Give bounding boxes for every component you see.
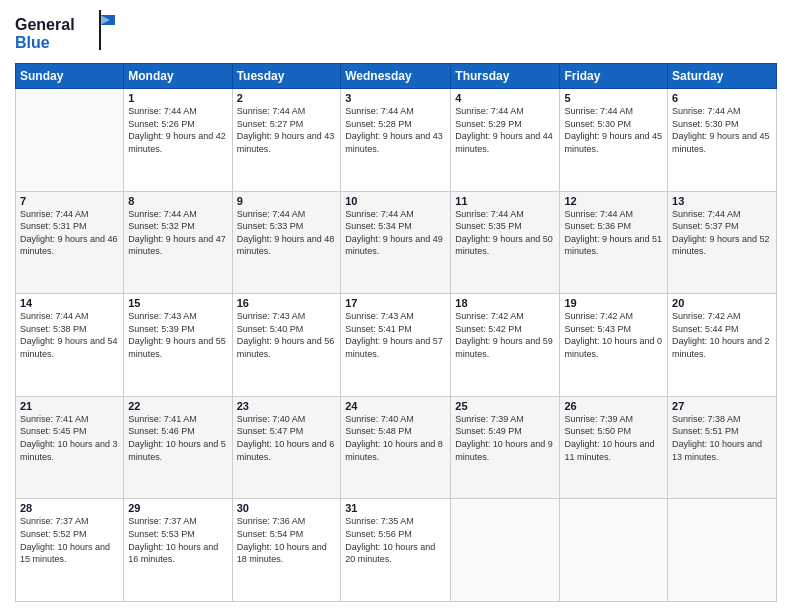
day-number: 7 <box>20 195 119 207</box>
header: General Blue <box>15 10 777 55</box>
weekday-header-thursday: Thursday <box>451 64 560 89</box>
day-cell: 18Sunrise: 7:42 AM Sunset: 5:42 PM Dayli… <box>451 294 560 397</box>
day-info: Sunrise: 7:44 AM Sunset: 5:30 PM Dayligh… <box>672 105 772 155</box>
day-number: 28 <box>20 502 119 514</box>
day-number: 13 <box>672 195 772 207</box>
day-info: Sunrise: 7:37 AM Sunset: 5:52 PM Dayligh… <box>20 515 119 565</box>
day-number: 25 <box>455 400 555 412</box>
day-info: Sunrise: 7:44 AM Sunset: 5:28 PM Dayligh… <box>345 105 446 155</box>
day-info: Sunrise: 7:39 AM Sunset: 5:49 PM Dayligh… <box>455 413 555 463</box>
day-number: 21 <box>20 400 119 412</box>
day-info: Sunrise: 7:35 AM Sunset: 5:56 PM Dayligh… <box>345 515 446 565</box>
day-number: 5 <box>564 92 663 104</box>
day-info: Sunrise: 7:43 AM Sunset: 5:40 PM Dayligh… <box>237 310 337 360</box>
day-info: Sunrise: 7:44 AM Sunset: 5:31 PM Dayligh… <box>20 208 119 258</box>
day-cell: 6Sunrise: 7:44 AM Sunset: 5:30 PM Daylig… <box>668 89 777 192</box>
day-info: Sunrise: 7:42 AM Sunset: 5:42 PM Dayligh… <box>455 310 555 360</box>
day-number: 30 <box>237 502 337 514</box>
week-row-4: 21Sunrise: 7:41 AM Sunset: 5:45 PM Dayli… <box>16 396 777 499</box>
day-info: Sunrise: 7:44 AM Sunset: 5:38 PM Dayligh… <box>20 310 119 360</box>
day-cell <box>16 89 124 192</box>
week-row-1: 1Sunrise: 7:44 AM Sunset: 5:26 PM Daylig… <box>16 89 777 192</box>
day-cell: 31Sunrise: 7:35 AM Sunset: 5:56 PM Dayli… <box>341 499 451 602</box>
day-number: 3 <box>345 92 446 104</box>
day-cell: 4Sunrise: 7:44 AM Sunset: 5:29 PM Daylig… <box>451 89 560 192</box>
day-number: 31 <box>345 502 446 514</box>
day-info: Sunrise: 7:44 AM Sunset: 5:34 PM Dayligh… <box>345 208 446 258</box>
day-cell: 22Sunrise: 7:41 AM Sunset: 5:46 PM Dayli… <box>124 396 232 499</box>
day-cell: 17Sunrise: 7:43 AM Sunset: 5:41 PM Dayli… <box>341 294 451 397</box>
day-number: 26 <box>564 400 663 412</box>
day-cell <box>668 499 777 602</box>
day-cell: 30Sunrise: 7:36 AM Sunset: 5:54 PM Dayli… <box>232 499 341 602</box>
day-info: Sunrise: 7:44 AM Sunset: 5:27 PM Dayligh… <box>237 105 337 155</box>
day-info: Sunrise: 7:39 AM Sunset: 5:50 PM Dayligh… <box>564 413 663 463</box>
day-info: Sunrise: 7:43 AM Sunset: 5:39 PM Dayligh… <box>128 310 227 360</box>
svg-text:General: General <box>15 16 75 33</box>
day-cell: 16Sunrise: 7:43 AM Sunset: 5:40 PM Dayli… <box>232 294 341 397</box>
day-info: Sunrise: 7:42 AM Sunset: 5:43 PM Dayligh… <box>564 310 663 360</box>
day-number: 12 <box>564 195 663 207</box>
day-number: 14 <box>20 297 119 309</box>
day-cell: 8Sunrise: 7:44 AM Sunset: 5:32 PM Daylig… <box>124 191 232 294</box>
day-info: Sunrise: 7:44 AM Sunset: 5:37 PM Dayligh… <box>672 208 772 258</box>
day-number: 29 <box>128 502 227 514</box>
day-cell: 5Sunrise: 7:44 AM Sunset: 5:30 PM Daylig… <box>560 89 668 192</box>
day-info: Sunrise: 7:44 AM Sunset: 5:26 PM Dayligh… <box>128 105 227 155</box>
weekday-header-tuesday: Tuesday <box>232 64 341 89</box>
day-number: 8 <box>128 195 227 207</box>
day-cell: 13Sunrise: 7:44 AM Sunset: 5:37 PM Dayli… <box>668 191 777 294</box>
day-info: Sunrise: 7:43 AM Sunset: 5:41 PM Dayligh… <box>345 310 446 360</box>
day-number: 9 <box>237 195 337 207</box>
week-row-5: 28Sunrise: 7:37 AM Sunset: 5:52 PM Dayli… <box>16 499 777 602</box>
day-number: 27 <box>672 400 772 412</box>
day-cell: 21Sunrise: 7:41 AM Sunset: 5:45 PM Dayli… <box>16 396 124 499</box>
day-number: 10 <box>345 195 446 207</box>
day-cell: 1Sunrise: 7:44 AM Sunset: 5:26 PM Daylig… <box>124 89 232 192</box>
week-row-3: 14Sunrise: 7:44 AM Sunset: 5:38 PM Dayli… <box>16 294 777 397</box>
day-cell: 11Sunrise: 7:44 AM Sunset: 5:35 PM Dayli… <box>451 191 560 294</box>
day-number: 18 <box>455 297 555 309</box>
weekday-header-sunday: Sunday <box>16 64 124 89</box>
calendar-table: SundayMondayTuesdayWednesdayThursdayFrid… <box>15 63 777 602</box>
day-cell: 28Sunrise: 7:37 AM Sunset: 5:52 PM Dayli… <box>16 499 124 602</box>
day-info: Sunrise: 7:41 AM Sunset: 5:45 PM Dayligh… <box>20 413 119 463</box>
day-info: Sunrise: 7:36 AM Sunset: 5:54 PM Dayligh… <box>237 515 337 565</box>
day-number: 1 <box>128 92 227 104</box>
day-cell: 12Sunrise: 7:44 AM Sunset: 5:36 PM Dayli… <box>560 191 668 294</box>
day-number: 11 <box>455 195 555 207</box>
logo: General Blue <box>15 10 115 55</box>
week-row-2: 7Sunrise: 7:44 AM Sunset: 5:31 PM Daylig… <box>16 191 777 294</box>
day-info: Sunrise: 7:44 AM Sunset: 5:29 PM Dayligh… <box>455 105 555 155</box>
day-number: 16 <box>237 297 337 309</box>
day-number: 23 <box>237 400 337 412</box>
day-cell: 29Sunrise: 7:37 AM Sunset: 5:53 PM Dayli… <box>124 499 232 602</box>
day-cell: 10Sunrise: 7:44 AM Sunset: 5:34 PM Dayli… <box>341 191 451 294</box>
page: General Blue SundayMondayTuesdayWednesda… <box>0 0 792 612</box>
weekday-header-monday: Monday <box>124 64 232 89</box>
day-number: 2 <box>237 92 337 104</box>
day-info: Sunrise: 7:41 AM Sunset: 5:46 PM Dayligh… <box>128 413 227 463</box>
day-info: Sunrise: 7:40 AM Sunset: 5:47 PM Dayligh… <box>237 413 337 463</box>
day-info: Sunrise: 7:44 AM Sunset: 5:36 PM Dayligh… <box>564 208 663 258</box>
weekday-header-row: SundayMondayTuesdayWednesdayThursdayFrid… <box>16 64 777 89</box>
day-cell: 27Sunrise: 7:38 AM Sunset: 5:51 PM Dayli… <box>668 396 777 499</box>
weekday-header-friday: Friday <box>560 64 668 89</box>
day-info: Sunrise: 7:44 AM Sunset: 5:30 PM Dayligh… <box>564 105 663 155</box>
svg-text:Blue: Blue <box>15 34 50 51</box>
day-cell <box>560 499 668 602</box>
day-info: Sunrise: 7:44 AM Sunset: 5:32 PM Dayligh… <box>128 208 227 258</box>
day-info: Sunrise: 7:44 AM Sunset: 5:33 PM Dayligh… <box>237 208 337 258</box>
day-info: Sunrise: 7:40 AM Sunset: 5:48 PM Dayligh… <box>345 413 446 463</box>
day-info: Sunrise: 7:38 AM Sunset: 5:51 PM Dayligh… <box>672 413 772 463</box>
day-cell: 15Sunrise: 7:43 AM Sunset: 5:39 PM Dayli… <box>124 294 232 397</box>
day-info: Sunrise: 7:44 AM Sunset: 5:35 PM Dayligh… <box>455 208 555 258</box>
weekday-header-wednesday: Wednesday <box>341 64 451 89</box>
day-info: Sunrise: 7:37 AM Sunset: 5:53 PM Dayligh… <box>128 515 227 565</box>
day-number: 4 <box>455 92 555 104</box>
logo-icon: General Blue <box>15 10 115 55</box>
day-number: 6 <box>672 92 772 104</box>
day-number: 24 <box>345 400 446 412</box>
day-cell: 23Sunrise: 7:40 AM Sunset: 5:47 PM Dayli… <box>232 396 341 499</box>
day-cell: 20Sunrise: 7:42 AM Sunset: 5:44 PM Dayli… <box>668 294 777 397</box>
